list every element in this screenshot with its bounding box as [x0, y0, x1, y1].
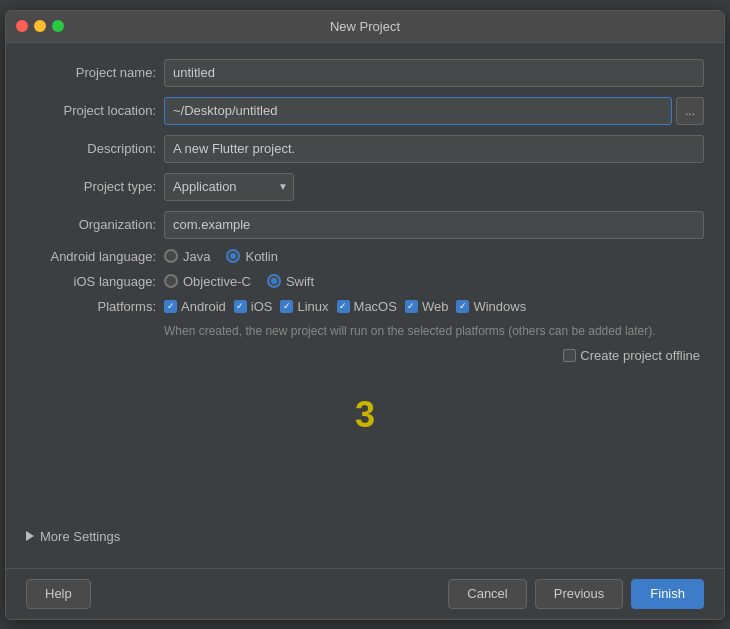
android-java-label: Java	[183, 249, 210, 264]
project-location-row: Project location: ...	[26, 97, 704, 125]
platform-linux-label: Linux	[297, 299, 328, 314]
window-controls	[16, 20, 64, 32]
platform-ios[interactable]: iOS	[234, 299, 273, 314]
project-type-select-wrapper: Application Plugin Package Module ▼	[164, 173, 294, 201]
new-project-dialog: New Project Project name: Project locati…	[5, 10, 725, 620]
platform-windows[interactable]: Windows	[456, 299, 526, 314]
organization-label: Organization:	[26, 217, 156, 232]
dialog-body: Project name: Project location: ... Desc…	[6, 43, 724, 568]
ios-swift-option[interactable]: Swift	[267, 274, 314, 289]
platform-web[interactable]: Web	[405, 299, 449, 314]
checkbox-android-icon	[164, 300, 177, 313]
checkbox-windows-icon	[456, 300, 469, 313]
project-name-label: Project name:	[26, 65, 156, 80]
project-type-select[interactable]: Application Plugin Package Module	[164, 173, 294, 201]
radio-swift-icon	[267, 274, 281, 288]
android-kotlin-label: Kotlin	[245, 249, 278, 264]
expand-icon	[26, 531, 34, 541]
more-settings-toggle[interactable]: More Settings	[26, 521, 704, 552]
platform-windows-label: Windows	[473, 299, 526, 314]
organization-row: Organization:	[26, 211, 704, 239]
project-name-input[interactable]	[164, 59, 704, 87]
finish-button[interactable]: Finish	[631, 579, 704, 609]
step-number: 3	[26, 373, 704, 458]
description-input[interactable]	[164, 135, 704, 163]
checkbox-ios-icon	[234, 300, 247, 313]
ios-language-row: iOS language: Objective-C Swift	[26, 274, 704, 289]
platform-macos[interactable]: MacOS	[337, 299, 397, 314]
cancel-button[interactable]: Cancel	[448, 579, 526, 609]
close-icon[interactable]	[16, 20, 28, 32]
ios-swift-label: Swift	[286, 274, 314, 289]
project-location-label: Project location:	[26, 103, 156, 118]
platform-macos-label: MacOS	[354, 299, 397, 314]
project-type-row: Project type: Application Plugin Package…	[26, 173, 704, 201]
more-settings-label: More Settings	[40, 529, 120, 544]
help-button[interactable]: Help	[26, 579, 91, 609]
platform-linux[interactable]: Linux	[280, 299, 328, 314]
android-language-row: Android language: Java Kotlin	[26, 249, 704, 264]
platform-web-label: Web	[422, 299, 449, 314]
android-language-group: Java Kotlin	[164, 249, 278, 264]
android-java-option[interactable]: Java	[164, 249, 210, 264]
footer-left: Help	[26, 579, 91, 609]
android-language-label: Android language:	[26, 249, 156, 264]
dialog-footer: Help Cancel Previous Finish	[6, 568, 724, 619]
previous-button[interactable]: Previous	[535, 579, 624, 609]
platforms-row: Platforms: Android iOS Linux MacOS	[26, 299, 704, 314]
android-kotlin-option[interactable]: Kotlin	[226, 249, 278, 264]
offline-label: Create project offline	[580, 348, 700, 363]
location-input-group: ...	[164, 97, 704, 125]
offline-row: Create project offline	[26, 348, 704, 363]
browse-button[interactable]: ...	[676, 97, 704, 125]
project-location-input[interactable]	[164, 97, 672, 125]
minimize-icon[interactable]	[34, 20, 46, 32]
checkbox-macos-icon	[337, 300, 350, 313]
ios-objc-option[interactable]: Objective-C	[164, 274, 251, 289]
dialog-title: New Project	[330, 19, 400, 34]
checkbox-linux-icon	[280, 300, 293, 313]
footer-right: Cancel Previous Finish	[448, 579, 704, 609]
description-row: Description:	[26, 135, 704, 163]
platform-ios-label: iOS	[251, 299, 273, 314]
title-bar: New Project	[6, 11, 724, 43]
project-type-label: Project type:	[26, 179, 156, 194]
organization-input[interactable]	[164, 211, 704, 239]
create-offline-option[interactable]: Create project offline	[563, 348, 700, 363]
maximize-icon[interactable]	[52, 20, 64, 32]
platform-android[interactable]: Android	[164, 299, 226, 314]
description-label: Description:	[26, 141, 156, 156]
platforms-group: Android iOS Linux MacOS Web	[164, 299, 526, 314]
project-name-row: Project name:	[26, 59, 704, 87]
platform-android-label: Android	[181, 299, 226, 314]
ios-language-label: iOS language:	[26, 274, 156, 289]
ios-language-group: Objective-C Swift	[164, 274, 314, 289]
ios-objc-label: Objective-C	[183, 274, 251, 289]
radio-kotlin-icon	[226, 249, 240, 263]
hint-text: When created, the new project will run o…	[164, 324, 704, 338]
radio-java-icon	[164, 249, 178, 263]
radio-objc-icon	[164, 274, 178, 288]
checkbox-web-icon	[405, 300, 418, 313]
platforms-label: Platforms:	[26, 299, 156, 314]
checkbox-offline-icon	[563, 349, 576, 362]
